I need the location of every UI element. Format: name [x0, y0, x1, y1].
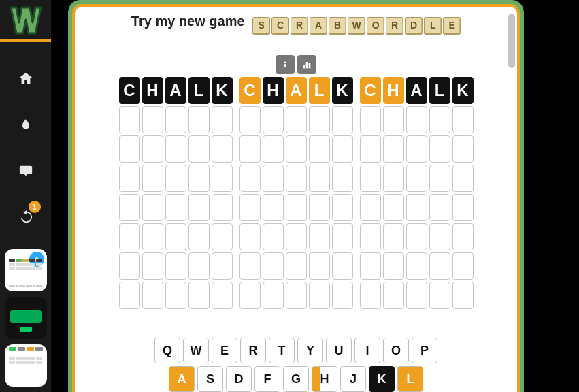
- scrollbar-thumb[interactable]: [508, 14, 515, 68]
- tile: [239, 135, 261, 163]
- game-thumbnails: [0, 246, 51, 392]
- key-label: G: [291, 372, 301, 387]
- promo-lead: Try my new game: [131, 14, 245, 29]
- tile: A: [406, 77, 427, 104]
- key-w[interactable]: W: [183, 338, 209, 363]
- key-k[interactable]: K: [369, 366, 395, 392]
- tile: [452, 252, 474, 280]
- promo-banner[interactable]: Try my new game SCRABWORDLE: [75, 7, 517, 35]
- tile: [309, 194, 330, 221]
- history-icon[interactable]: 1: [12, 203, 39, 231]
- tile: [263, 135, 284, 163]
- board: CHALK: [239, 77, 353, 309]
- tile: [263, 223, 284, 250]
- key-t[interactable]: T: [269, 338, 295, 363]
- tile: [332, 223, 353, 250]
- tile: [360, 106, 381, 133]
- svg-rect-2: [284, 63, 286, 67]
- stats-icon[interactable]: [297, 55, 316, 74]
- tile: [406, 194, 427, 221]
- tile: [309, 252, 330, 280]
- promo-tile: D: [405, 17, 423, 35]
- tile: [286, 252, 307, 280]
- promo-tile: A: [310, 17, 327, 35]
- key-g[interactable]: G: [283, 366, 309, 392]
- tile: [309, 135, 330, 163]
- tile: [406, 106, 427, 133]
- tile: [119, 223, 140, 250]
- key-label: O: [391, 344, 401, 358]
- tile: K: [452, 77, 474, 104]
- tile: [452, 194, 474, 221]
- key-h[interactable]: H: [312, 366, 337, 392]
- fire-icon[interactable]: [12, 111, 39, 138]
- tile: L: [309, 77, 330, 104]
- tile: [188, 223, 210, 250]
- tile: [429, 135, 450, 163]
- key-j[interactable]: J: [340, 366, 366, 392]
- key-q[interactable]: Q: [154, 338, 180, 363]
- key-f[interactable]: F: [254, 366, 280, 392]
- promo-tile: S: [252, 17, 270, 35]
- key-label: P: [420, 344, 429, 358]
- tile: [165, 282, 186, 309]
- site-logo[interactable]: [7, 4, 45, 37]
- tile: C: [239, 77, 261, 104]
- tile: [239, 106, 261, 133]
- tile: [212, 135, 233, 163]
- key-y[interactable]: Y: [297, 338, 323, 363]
- key-label: K: [378, 372, 386, 387]
- board: CHALK: [119, 77, 233, 309]
- tile: [263, 252, 284, 280]
- keyboard-row-1: QWERTYUIOP: [154, 338, 437, 363]
- tile: [406, 252, 427, 280]
- key-s[interactable]: S: [197, 366, 223, 392]
- keyboard-row-2: ASDFGHJKL: [169, 366, 423, 392]
- key-i[interactable]: I: [354, 338, 380, 363]
- key-p[interactable]: P: [412, 338, 437, 363]
- tile: [383, 165, 404, 192]
- thumb-wordle[interactable]: [5, 249, 47, 291]
- promo-tile: O: [367, 17, 384, 35]
- tile: [309, 223, 330, 250]
- key-d[interactable]: D: [226, 366, 252, 392]
- tile: [119, 252, 140, 280]
- tile: [119, 135, 140, 163]
- key-l[interactable]: L: [397, 366, 423, 392]
- info-icon[interactable]: [276, 55, 295, 74]
- tile: [429, 252, 450, 280]
- star-badge-icon[interactable]: [12, 157, 39, 184]
- tile: [142, 165, 163, 192]
- tile: [360, 135, 381, 163]
- tile: [142, 194, 163, 221]
- tile: [212, 282, 233, 309]
- thumb-trordle[interactable]: [5, 344, 47, 387]
- tile: [452, 223, 474, 250]
- tile: [165, 165, 186, 192]
- key-r[interactable]: R: [240, 338, 266, 363]
- tile: [452, 135, 474, 163]
- tile: [263, 165, 284, 192]
- tile: [263, 194, 284, 221]
- notification-badge: 1: [29, 201, 41, 213]
- tile: [286, 165, 307, 192]
- key-a[interactable]: A: [169, 366, 195, 392]
- svg-rect-5: [309, 63, 311, 68]
- key-u[interactable]: U: [326, 338, 352, 363]
- tile: [309, 282, 330, 309]
- key-o[interactable]: O: [383, 338, 409, 363]
- key-label: T: [278, 344, 286, 358]
- tile: [360, 165, 381, 192]
- tile: [239, 252, 261, 280]
- tile: [239, 194, 261, 221]
- home-icon[interactable]: [12, 65, 39, 92]
- tile: [165, 194, 186, 221]
- tile: [332, 106, 353, 133]
- key-e[interactable]: E: [212, 338, 237, 363]
- tile: [212, 106, 233, 133]
- boards-row: CHALKCHALKCHALK: [75, 77, 517, 309]
- key-label: J: [350, 372, 357, 387]
- thumb-scrabwordle[interactable]: [5, 297, 47, 339]
- tile: [286, 135, 307, 163]
- logo-underline: [0, 39, 51, 42]
